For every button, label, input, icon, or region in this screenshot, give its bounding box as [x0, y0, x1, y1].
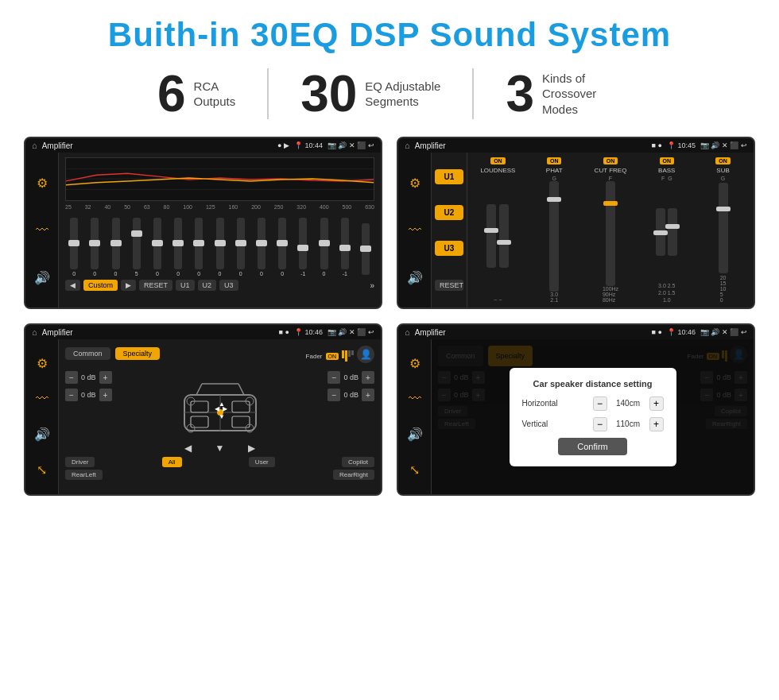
speaker-layout: − 0 dB + − 0 dB +	[65, 371, 374, 454]
right-arrow[interactable]: ▶	[248, 443, 255, 454]
left-db-controls: − 0 dB + − 0 dB +	[65, 371, 112, 454]
u3-crossover[interactable]: U3	[435, 241, 463, 256]
svg-line-6	[238, 384, 244, 395]
wave-icon-1[interactable]: 〰	[36, 223, 48, 238]
ch-cutfreq: ON CUT FREQ F 100Hz90Hz80Hz	[585, 157, 637, 303]
fl-plus[interactable]: +	[99, 371, 112, 384]
horizontal-label: Horizontal	[522, 399, 570, 408]
rearleft-btn[interactable]: RearLeft	[65, 470, 103, 480]
app-title-2: Amplifier	[415, 141, 446, 150]
status-bar-1: ⌂ Amplifier ● ▶ 📍 10:44 📷 🔊 ✕ ⬛ ↩	[25, 138, 381, 153]
dialog-overlay: Car speaker distance setting Horizontal …	[432, 339, 754, 494]
all-btn[interactable]: All	[162, 457, 182, 467]
fr-plus[interactable]: +	[362, 371, 374, 384]
vol-icon-4[interactable]: 🔊	[407, 427, 423, 442]
home-icon-3[interactable]: ⌂	[32, 327, 37, 337]
bass-on: ON	[660, 157, 675, 164]
stat-eq-number: 30	[300, 68, 357, 119]
down-arrow[interactable]: ▼	[215, 443, 225, 454]
tab-common[interactable]: Common	[65, 347, 110, 360]
tab-specialty[interactable]: Specialty	[115, 347, 161, 360]
eq-icon-1[interactable]: ⚙	[37, 176, 48, 191]
home-icon-4[interactable]: ⌂	[405, 327, 410, 337]
reset-btn-1[interactable]: RESET	[139, 280, 172, 291]
ch-phat: ON PHAT G 3.0 2.1	[529, 157, 580, 303]
reset-crossover[interactable]: RESET	[435, 280, 463, 291]
u1-crossover[interactable]: U1	[435, 169, 463, 184]
play-btn[interactable]: ▶	[121, 280, 136, 291]
eq-slider-14	[357, 223, 374, 277]
horizontal-row: Horizontal − 140cm +	[522, 396, 664, 411]
u2-btn-1[interactable]: U2	[198, 280, 217, 291]
sub-on: ON	[715, 157, 731, 164]
screen4-body: ⚙ 〰 🔊 ⤡ Common Specialty Fader ON	[398, 339, 754, 494]
eq-icon-3[interactable]: ⚙	[37, 356, 48, 371]
vertical-plus[interactable]: +	[649, 417, 664, 431]
eq-slider-6: 0	[190, 218, 207, 277]
rr-plus[interactable]: +	[362, 389, 374, 401]
status-icons-1: 📷 🔊 ✕ ⬛ ↩	[327, 141, 374, 149]
eq-slider-3: 5	[128, 218, 145, 277]
u2-crossover[interactable]: U2	[435, 205, 463, 220]
wave-icon-2[interactable]: 〰	[409, 223, 421, 238]
vol-icon-1[interactable]: 🔊	[34, 270, 50, 285]
fr-minus[interactable]: −	[327, 371, 340, 384]
time-4: 📍 10:46	[667, 328, 696, 336]
expand-icon-4[interactable]: ⤡	[409, 462, 420, 478]
copilot-btn[interactable]: Copilot	[342, 457, 374, 467]
vol-icon-3[interactable]: 🔊	[34, 427, 50, 442]
cutfreq-label: CUT FREQ	[595, 167, 627, 174]
app-title-3: Amplifier	[42, 328, 73, 337]
horizontal-plus[interactable]: +	[649, 396, 664, 411]
eq-slider-9: 0	[253, 218, 270, 277]
eq-nav: ◀ Custom ▶ RESET U1 U2 U3 »	[65, 280, 374, 291]
svg-text:▲: ▲	[219, 400, 225, 408]
right-db-controls: − 0 dB + − 0 dB +	[327, 371, 374, 454]
ch-sub: ON SUB G 20151050	[697, 157, 749, 303]
bass-label: BASS	[658, 167, 675, 174]
sub-label: SUB	[716, 167, 729, 174]
eq-slider-13: -1	[336, 218, 354, 277]
rr-minus[interactable]: −	[327, 389, 340, 401]
crossover-channels: ON LOUDNESS ~~ ON PHAT	[467, 153, 754, 307]
stat-crossover: 3 Kinds ofCrossover Modes	[474, 68, 653, 119]
eq-icon-4[interactable]: ⚙	[409, 356, 421, 371]
rl-minus[interactable]: −	[65, 389, 78, 401]
vol-icon-2[interactable]: 🔊	[407, 270, 423, 285]
u3-btn-1[interactable]: U3	[219, 280, 238, 291]
horizontal-minus[interactable]: −	[593, 396, 607, 411]
u-buttons: U1 U2 U3 RESET	[432, 153, 467, 307]
u1-btn-1[interactable]: U1	[176, 280, 195, 291]
user-btn[interactable]: User	[249, 457, 275, 467]
rl-plus[interactable]: +	[99, 389, 112, 401]
app-title-4: Amplifier	[415, 328, 446, 337]
fl-minus[interactable]: −	[65, 371, 78, 384]
left-controls-1: ⚙ 〰 🔊	[25, 153, 59, 307]
crossover-left: ⚙ 〰 🔊	[398, 153, 432, 307]
loudness-label: LOUDNESS	[480, 167, 515, 174]
db-row-fr: − 0 dB +	[327, 371, 374, 384]
vertical-label: Vertical	[522, 420, 570, 428]
screen-distance: ⌂ Amplifier ■ ● 📍 10:46 📷 🔊 ✕ ⬛ ↩ ⚙ 〰 🔊 …	[397, 323, 755, 496]
profile-icon[interactable]: 👤	[357, 346, 374, 363]
time-3: 📍 10:46	[294, 328, 323, 336]
prev-btn[interactable]: ◀	[65, 280, 80, 291]
expand-icon-3[interactable]: ⤡	[37, 462, 47, 478]
svg-rect-11	[232, 401, 250, 412]
wave-icon-3[interactable]: 〰	[36, 392, 48, 406]
home-icon-2[interactable]: ⌂	[405, 141, 410, 150]
confirm-button[interactable]: Confirm	[558, 438, 627, 455]
driver-btn[interactable]: Driver	[65, 457, 95, 467]
home-icon-1[interactable]: ⌂	[32, 141, 37, 150]
vertical-minus[interactable]: −	[593, 417, 607, 431]
rr-value: 0 dB	[343, 391, 358, 399]
left-arrow[interactable]: ◀	[184, 443, 192, 454]
wave-icon-4[interactable]: 〰	[409, 392, 421, 406]
eq-icon-2[interactable]: ⚙	[409, 176, 421, 191]
time-2: 📍 10:45	[667, 141, 696, 149]
stat-rca-number: 6	[157, 68, 186, 119]
fader-bars	[342, 350, 354, 362]
custom-btn[interactable]: Custom	[83, 280, 118, 291]
status-dots-1: ● ▶	[277, 141, 289, 149]
rearright-btn[interactable]: RearRight	[333, 470, 374, 480]
